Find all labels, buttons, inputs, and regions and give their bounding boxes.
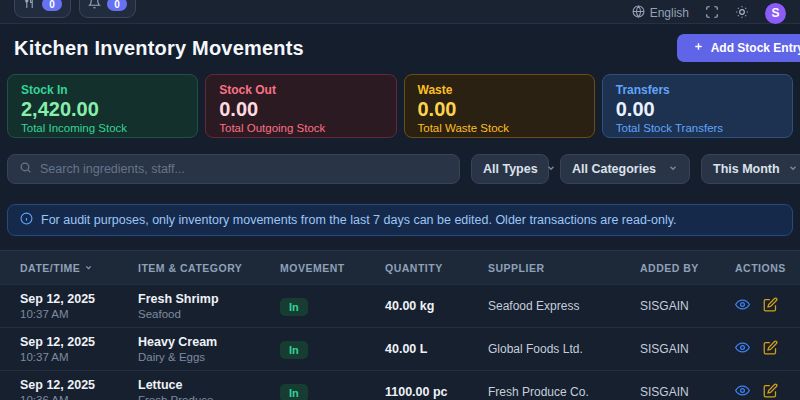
supplier-cell: Seafood Express	[488, 299, 640, 313]
row-time: 10:37 AM	[20, 308, 138, 320]
add-stock-entry-label: Add Stock Entry	[711, 41, 800, 55]
period-filter-value: This Month	[713, 162, 780, 176]
row-date: Sep 12, 2025	[20, 335, 138, 349]
stat-label: Stock In	[21, 83, 184, 97]
audit-notice-text: For audit purposes, only inventory movem…	[41, 213, 677, 227]
stat-cards: Stock In 2,420.00 Total Incoming Stock S…	[0, 74, 800, 138]
topbar-counters: 0 0	[14, 0, 136, 18]
item-cell: Heavy Cream Dairy & Eggs	[138, 335, 280, 363]
row-date: Sep 12, 2025	[20, 378, 138, 392]
kitchen-orders-counter-button[interactable]: 0	[14, 0, 71, 18]
page-header: Kitchen Inventory Movements Add Stock En…	[0, 24, 800, 74]
counter-badge: 0	[42, 0, 62, 11]
quantity-cell: 40.00 kg	[385, 299, 488, 313]
eye-icon	[735, 297, 750, 315]
search-input[interactable]	[40, 162, 448, 176]
movement-cell: In	[280, 297, 385, 316]
filter-bar: All Types All Categories This Month	[0, 154, 800, 184]
view-button[interactable]	[735, 297, 750, 315]
actions-cell	[735, 383, 780, 400]
column-header-item-category: Item & Category	[138, 262, 280, 274]
item-cell: Fresh Shrimp Seafood	[138, 292, 280, 320]
sun-icon	[735, 5, 749, 22]
info-icon	[20, 212, 33, 228]
chevron-down-icon	[546, 162, 556, 176]
stat-value: 0.00	[219, 98, 382, 121]
chevron-down-icon	[668, 162, 678, 176]
added-by-cell: SISGAIN	[640, 299, 735, 313]
stat-label: Waste	[418, 83, 581, 97]
eye-icon	[735, 340, 750, 358]
bell-icon	[88, 0, 101, 12]
stat-label: Stock Out	[219, 83, 382, 97]
row-item-category: Dairy & Eggs	[138, 351, 280, 363]
page-title: Kitchen Inventory Movements	[14, 37, 304, 60]
datetime-cell: Sep 12, 2025 10:37 AM	[20, 335, 138, 363]
audit-notice-banner: For audit purposes, only inventory movem…	[7, 204, 793, 236]
stat-card-stock-in: Stock In 2,420.00 Total Incoming Stock	[7, 74, 198, 138]
add-stock-entry-button[interactable]: Add Stock Entry	[677, 34, 800, 62]
movement-cell: In	[280, 340, 385, 359]
movement-cell: In	[280, 383, 385, 400]
category-filter-value: All Categories	[572, 162, 656, 176]
column-header-quantity: Quantity	[385, 262, 488, 274]
movement-badge: In	[280, 341, 308, 359]
fullscreen-button[interactable]	[705, 5, 719, 22]
supplier-cell: Fresh Produce Co.	[488, 385, 640, 399]
period-filter-dropdown[interactable]: This Month	[701, 154, 800, 184]
search-icon	[19, 160, 32, 178]
sort-chevron-icon	[84, 262, 93, 274]
type-filter-dropdown[interactable]: All Types	[471, 154, 549, 184]
supplier-cell: Global Foods Ltd.	[488, 342, 640, 356]
stat-card-transfers: Transfers 0.00 Total Stock Transfers	[602, 74, 793, 138]
app-root: 0 0 English	[0, 0, 800, 400]
stat-value: 0.00	[616, 98, 779, 121]
edit-pencil-icon	[763, 383, 778, 400]
user-avatar[interactable]: S	[765, 3, 786, 24]
topbar-controls: English S	[632, 0, 786, 24]
stat-label: Transfers	[616, 83, 779, 97]
language-label: English	[650, 6, 689, 20]
row-item-name: Fresh Shrimp	[138, 292, 280, 306]
plus-icon	[693, 41, 704, 55]
actions-cell	[735, 340, 780, 358]
column-header-movement: Movement	[280, 262, 385, 274]
theme-toggle-button[interactable]	[735, 5, 749, 22]
stat-subtitle: Total Incoming Stock	[21, 122, 184, 134]
item-cell: Lettuce Fresh Produce	[138, 378, 280, 400]
category-filter-dropdown[interactable]: All Categories	[560, 154, 690, 184]
movement-badge: In	[280, 384, 308, 400]
edit-button[interactable]	[763, 297, 778, 315]
row-item-category: Fresh Produce	[138, 394, 280, 400]
search-box	[7, 154, 460, 184]
added-by-cell: SISGAIN	[640, 342, 735, 356]
column-header-actions: Actions	[735, 262, 786, 274]
datetime-cell: Sep 12, 2025 10:36 AM	[20, 378, 138, 400]
notifications-counter-button[interactable]: 0	[79, 0, 136, 18]
utensils-icon	[23, 0, 36, 12]
column-header-supplier: Supplier	[488, 262, 640, 274]
view-button[interactable]	[735, 340, 750, 358]
table-row: Sep 12, 2025 10:36 AM Lettuce Fresh Prod…	[0, 370, 800, 400]
view-button[interactable]	[735, 383, 750, 400]
row-item-category: Seafood	[138, 308, 280, 320]
language-selector[interactable]: English	[632, 5, 689, 21]
edit-button[interactable]	[763, 340, 778, 358]
table-body: Sep 12, 2025 10:37 AM Fresh Shrimp Seafo…	[0, 284, 800, 400]
row-date: Sep 12, 2025	[20, 292, 138, 306]
edit-button[interactable]	[763, 383, 778, 400]
datetime-cell: Sep 12, 2025 10:37 AM	[20, 292, 138, 320]
added-by-cell: SISGAIN	[640, 385, 735, 399]
movement-badge: In	[280, 298, 308, 316]
table-row: Sep 12, 2025 10:37 AM Heavy Cream Dairy …	[0, 327, 800, 370]
stat-card-waste: Waste 0.00 Total Waste Stock	[404, 74, 595, 138]
row-time: 10:37 AM	[20, 351, 138, 363]
quantity-cell: 40.00 L	[385, 342, 488, 356]
table-row: Sep 12, 2025 10:37 AM Fresh Shrimp Seafo…	[0, 284, 800, 327]
actions-cell	[735, 297, 780, 315]
globe-icon	[632, 5, 645, 21]
edit-pencil-icon	[763, 297, 778, 315]
stat-subtitle: Total Waste Stock	[418, 122, 581, 134]
column-header-datetime[interactable]: Date/Time	[20, 262, 138, 274]
row-time: 10:36 AM	[20, 394, 138, 400]
